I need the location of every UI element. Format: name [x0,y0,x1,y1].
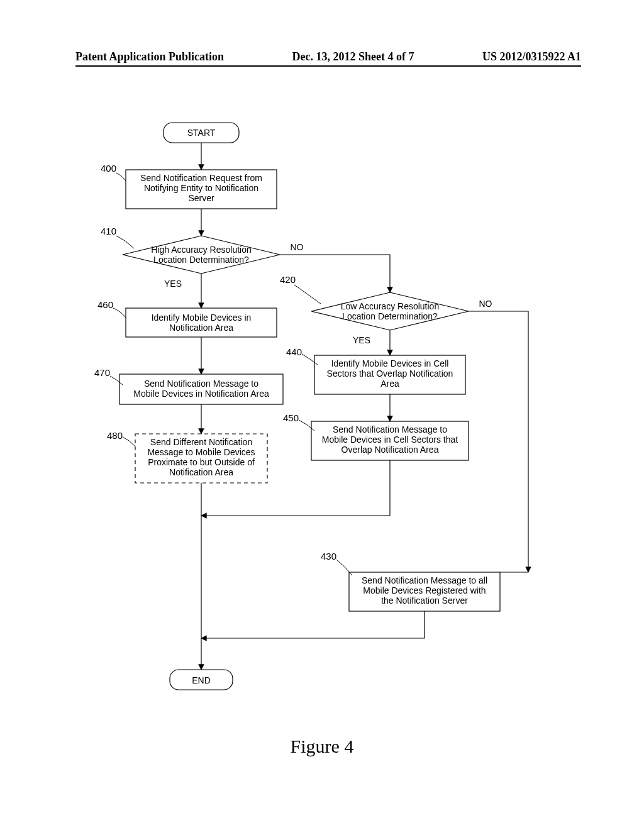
n400-l2: Notifying Entity to Notification [144,183,258,193]
ref-450: 450 [283,412,299,423]
node-480: Send Different Notification Message to M… [135,434,267,483]
n400-l3: Server [188,193,214,203]
n450-l3: Overlap Notification Area [341,445,439,455]
n450-l1: Send Notification Message to [333,424,447,434]
node-410: High Accuracy Resolution Location Determ… [123,236,280,274]
node-460: Identify Mobile Devices in Notification … [126,308,277,337]
n410-l2: Location Determination? [153,255,249,265]
ref-400: 400 [101,163,116,174]
header-right: US 2012/0315922 A1 [482,50,581,64]
header-left: Patent Application Publication [75,50,224,64]
n470-l1: Send Notification Message to [144,379,258,389]
n470-l2: Mobile Devices in Notification Area [133,389,269,399]
label-420-no: NO [479,299,492,309]
n430-l3: the Notification Server [381,595,468,606]
ref-420: 420 [280,274,296,285]
n480-l3: Proximate to but Outside of [148,457,255,467]
ref-460: 460 [97,299,113,310]
end-label: END [192,675,211,685]
n410-l1: High Accuracy Resolution [151,245,252,255]
page-header: Patent Application Publication Dec. 13, … [75,50,581,64]
page: Patent Application Publication Dec. 13, … [0,0,644,830]
ref-440: 440 [286,346,302,357]
label-410-no: NO [291,242,304,252]
ref-430: 430 [321,551,336,562]
n420-l1: Low Accuracy Resolution [341,301,439,311]
node-start: START [164,123,239,143]
n440-l2: Sectors that Overlap Notification [327,368,453,379]
node-400: Send Notification Request from Notifying… [126,170,277,209]
node-450: Send Notification Message to Mobile Devi… [311,421,469,460]
header-rule [75,65,581,67]
n430-l1: Send Notification Message to all [362,575,487,585]
header-center: Dec. 13, 2012 Sheet 4 of 7 [292,50,414,64]
label-420-yes: YES [353,335,370,345]
node-end: END [170,670,233,690]
ref-470: 470 [94,367,110,378]
n480-l2: Message to Mobile Devices [147,447,255,457]
n480-l1: Send Different Notification [150,437,252,447]
n450-l2: Mobile Devices in Cell Sectors that [322,434,458,445]
n460-l2: Notification Area [169,323,233,333]
node-440: Identify Mobile Devices in Cell Sectors … [314,355,465,394]
flowchart: START Send Notification Request from Not… [0,75,644,736]
node-420: Low Accuracy Resolution Location Determi… [311,292,469,330]
figure-caption: Figure 4 [0,736,644,757]
label-410-yes: YES [164,279,182,289]
n430-l2: Mobile Devices Registered with [363,585,486,595]
start-label: START [187,128,216,138]
n480-l4: Notification Area [169,467,233,477]
node-470: Send Notification Message to Mobile Devi… [119,374,283,404]
ref-480: 480 [107,430,123,441]
n440-l1: Identify Mobile Devices in Cell [331,358,449,368]
ref-410: 410 [101,226,116,236]
n420-l2: Location Determination? [342,311,438,321]
n460-l1: Identify Mobile Devices in [152,313,252,323]
n440-l3: Area [380,379,399,389]
flowchart-svg: START Send Notification Request from Not… [0,75,644,736]
n400-l1: Send Notification Request from [140,173,262,183]
node-430: Send Notification Message to all Mobile … [349,572,500,611]
